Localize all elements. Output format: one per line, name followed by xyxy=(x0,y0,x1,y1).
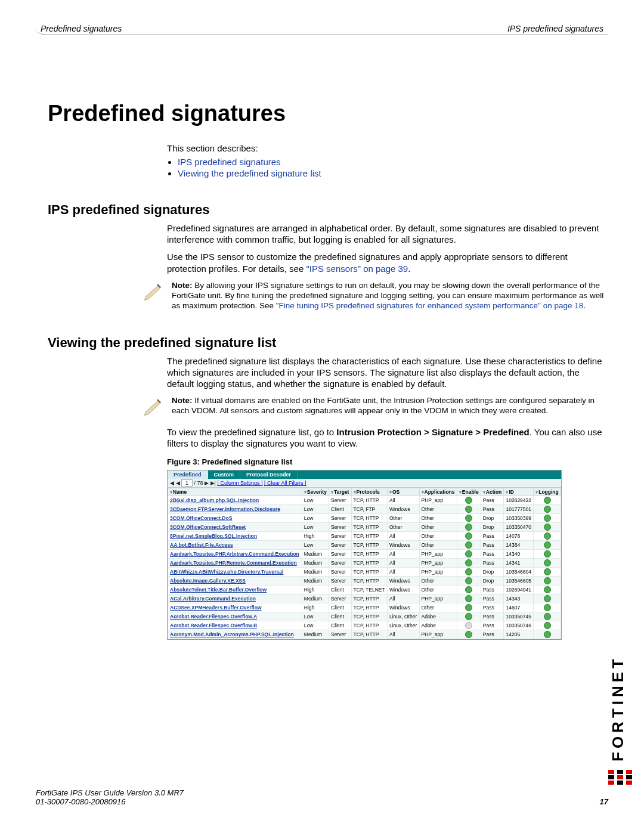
col-os[interactable]: OS xyxy=(387,488,419,496)
table-row: Absolute.Image.Gallery.XE.XSSMediumServe… xyxy=(168,577,561,586)
col-applications[interactable]: Applications xyxy=(419,488,457,496)
footer-left: FortiGate IPS User Guide Version 3.0 MR7… xyxy=(36,788,184,806)
logging-icon[interactable] xyxy=(544,631,551,638)
intro-link-1[interactable]: IPS predefined signatures xyxy=(178,157,281,167)
sig-link[interactable]: 2BGal.disp_album.php.SQL.Injection xyxy=(170,497,259,503)
sig-link[interactable]: 3COM.OfficeConnect.SoftReset xyxy=(170,524,246,530)
signature-list-figure: Predefined Custom Protocol Decoder ◀ ◀ 1… xyxy=(167,470,562,640)
col-action[interactable]: Action xyxy=(481,488,504,496)
sig-link[interactable]: Absolute.Image.Gallery.XE.XSS xyxy=(170,578,246,584)
enable-icon[interactable] xyxy=(465,586,472,593)
enable-icon[interactable] xyxy=(465,613,472,620)
logging-icon[interactable] xyxy=(544,550,551,558)
col-severity[interactable]: Severity xyxy=(302,488,329,496)
col-logging[interactable]: Logging xyxy=(534,488,561,496)
logging-icon[interactable] xyxy=(544,497,551,504)
table-row: AA.bot.Botlist.File.AccessLowServerTCP, … xyxy=(168,541,561,550)
figure-tabs: Predefined Custom Protocol Decoder xyxy=(168,470,561,479)
note-icon xyxy=(143,280,163,304)
enable-icon[interactable] xyxy=(465,631,472,638)
brand-logo-text: FORTINET xyxy=(609,655,627,761)
header-left: Predefined signatures xyxy=(38,24,124,33)
table-row: 3COM.OfficeConnect.DoSLowServerTCP, HTTP… xyxy=(168,514,561,523)
logging-icon[interactable] xyxy=(544,506,551,513)
sec1-link[interactable]: "IPS sensors" on page 39 xyxy=(306,264,408,274)
section1-heading: IPS predefined signatures xyxy=(48,202,608,218)
sig-link[interactable]: Aardvark.Topsites.PHP.Remote.Command.Exe… xyxy=(170,560,297,566)
logging-icon[interactable] xyxy=(544,595,551,602)
sec1-p2: Use the IPS sensor to customize the pred… xyxy=(167,251,608,274)
note2: Note: If virtual domains are enabled on … xyxy=(143,395,608,419)
logging-icon[interactable] xyxy=(544,524,551,531)
logging-icon[interactable] xyxy=(544,559,551,566)
table-row: ABitWhizzy.ABitWhizzy.php.Directory.Trav… xyxy=(168,568,561,577)
enable-icon[interactable] xyxy=(465,622,472,629)
table-row: 3COM.OfficeConnect.SoftResetLowServerTCP… xyxy=(168,523,561,532)
enable-icon[interactable] xyxy=(465,524,472,531)
section2-heading: Viewing the predefined signature list xyxy=(48,335,608,351)
sig-link[interactable]: AA.bot.Botlist.File.Access xyxy=(170,542,233,548)
logging-icon[interactable] xyxy=(544,613,551,620)
enable-icon[interactable] xyxy=(465,506,472,513)
logging-icon[interactable] xyxy=(544,604,551,611)
sig-link[interactable]: AbsoluteTelnet.Title.Bar.Buffer.Overflow xyxy=(170,587,267,593)
col-protocols[interactable]: Protocols xyxy=(351,488,387,496)
svg-rect-7 xyxy=(617,781,623,785)
table-row: 8Pixel.net.SimpleBlog.SQL.InjectionHighS… xyxy=(168,532,561,541)
table-row: 2BGal.disp_album.php.SQL.InjectionLowSer… xyxy=(168,496,561,505)
tab-predefined[interactable]: Predefined xyxy=(168,470,208,479)
enable-icon[interactable] xyxy=(465,595,472,602)
content: Predefined signatures This section descr… xyxy=(36,101,608,640)
col-id[interactable]: ID xyxy=(504,488,534,496)
logging-icon[interactable] xyxy=(544,577,551,584)
logging-icon[interactable] xyxy=(544,515,551,522)
svg-rect-2 xyxy=(626,770,632,774)
table-row: Acronym.Mod.Admin_Acronyms.PHP.SQL.Injec… xyxy=(168,630,561,639)
page-title: Predefined signatures xyxy=(48,101,608,126)
intro-link-2[interactable]: Viewing the predefined signature list xyxy=(178,168,321,178)
sig-link[interactable]: ABitWhizzy.ABitWhizzy.php.Directory.Trav… xyxy=(170,569,283,575)
enable-icon[interactable] xyxy=(465,532,472,540)
enable-icon[interactable] xyxy=(465,515,472,522)
enable-icon[interactable] xyxy=(465,550,472,558)
sig-link[interactable]: Acrobat.Reader.Filespec.Overflow.A xyxy=(170,614,257,620)
sig-link[interactable]: Acrobat.Reader.Filespec.Overflow.B xyxy=(170,623,257,628)
table-row: Acrobat.Reader.Filespec.Overflow.ALowCli… xyxy=(168,612,561,621)
svg-rect-3 xyxy=(608,775,614,779)
logging-icon[interactable] xyxy=(544,568,551,575)
note1-link[interactable]: "Fine tuning IPS predefined signatures f… xyxy=(276,301,583,310)
note2-text: Note: If virtual domains are enabled on … xyxy=(172,395,608,416)
note1-text: Note: By allowing your IPS signature set… xyxy=(172,280,608,311)
enable-icon[interactable] xyxy=(465,604,472,611)
sig-link[interactable]: ACal.Arbitrary.Command.Execution xyxy=(170,596,256,602)
col-enable[interactable]: Enable xyxy=(457,488,481,496)
tab-protocol-decoder[interactable]: Protocol Decoder xyxy=(240,470,298,479)
column-settings-link[interactable]: [ Column Settings ] xyxy=(217,480,262,486)
clear-filters-link[interactable]: [ Clear All Filters ] xyxy=(264,480,306,486)
logging-icon[interactable] xyxy=(544,622,551,629)
enable-icon[interactable] xyxy=(465,577,472,584)
enable-icon[interactable] xyxy=(465,497,472,504)
enable-icon[interactable] xyxy=(465,568,472,575)
enable-icon[interactable] xyxy=(465,559,472,566)
page: Predefined signatures IPS predefined sig… xyxy=(0,0,644,833)
table-row: 3CDaemon.FTP.Server.Information.Disclosu… xyxy=(168,505,561,514)
col-target[interactable]: Target xyxy=(329,488,352,496)
table-row: Aardvark.Topsites.PHP.Remote.Command.Exe… xyxy=(168,559,561,568)
logging-icon[interactable] xyxy=(544,586,551,593)
sig-link[interactable]: 3COM.OfficeConnect.DoS xyxy=(170,515,232,521)
signature-table: NameSeverityTargetProtocolsOSApplication… xyxy=(168,488,561,639)
svg-rect-1 xyxy=(617,770,623,774)
enable-icon[interactable] xyxy=(465,541,472,549)
sig-link[interactable]: Acronym.Mod.Admin_Acronyms.PHP.SQL.Injec… xyxy=(170,631,294,637)
sig-link[interactable]: ACDSee.XPMHeaders.Buffer.Overflow xyxy=(170,605,262,611)
sig-link[interactable]: 3CDaemon.FTP.Server.Information.Disclosu… xyxy=(170,506,280,512)
table-row: ACDSee.XPMHeaders.Buffer.OverflowHighCli… xyxy=(168,603,561,612)
tab-custom[interactable]: Custom xyxy=(208,470,241,479)
logging-icon[interactable] xyxy=(544,532,551,540)
col-name[interactable]: Name xyxy=(168,488,302,496)
intro-block: This section describes: IPS predefined s… xyxy=(167,143,608,178)
sig-link[interactable]: 8Pixel.net.SimpleBlog.SQL.Injection xyxy=(170,533,257,539)
logging-icon[interactable] xyxy=(544,541,551,549)
sig-link[interactable]: Aardvark.Topsites.PHP.Arbitrary.Command.… xyxy=(170,551,299,557)
